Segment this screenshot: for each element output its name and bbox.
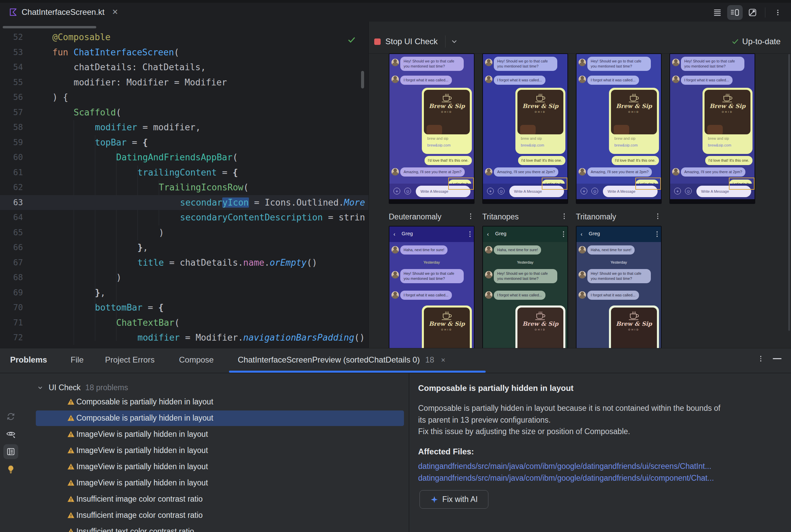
emoji-icon[interactable]: ☺	[591, 188, 598, 194]
chevron-down-icon[interactable]	[38, 386, 42, 389]
code-line[interactable]: 58modifier = modifier,	[0, 120, 368, 135]
problem-row[interactable]: Composable is partially hidden in layout	[30, 410, 409, 426]
kebab-menu-icon[interactable]	[657, 231, 658, 237]
add-icon[interactable]: +	[393, 188, 400, 194]
kebab-menu-icon[interactable]	[657, 213, 659, 219]
preview-phone-row1[interactable]: Hey! Should we go to that cafe you menti…	[669, 53, 755, 204]
add-icon[interactable]: +	[487, 188, 494, 194]
stop-ui-check-button[interactable]: Stop UI Check	[385, 37, 438, 46]
problem-row[interactable]: ImageView is partially hidden in layout	[30, 426, 409, 442]
code-line[interactable]: 55modifier: Modifier = Modifier	[0, 75, 368, 90]
kebab-menu-icon[interactable]	[564, 213, 565, 219]
affected-file-link[interactable]: datingandfriends/src/main/java/com/ibm/g…	[418, 460, 714, 472]
emoji-icon[interactable]: ☺	[498, 188, 504, 194]
preview-eye-icon[interactable]	[3, 427, 18, 441]
preview-phone-row2[interactable]: ‹GregHaha, next time for sure!YesterdayH…	[389, 226, 475, 348]
warning-triangle-icon	[67, 431, 75, 437]
preview-phone-row1[interactable]: Hey! Should we go to that cafe you menti…	[576, 53, 662, 204]
code-view-icon[interactable]	[710, 5, 725, 20]
refresh-icon[interactable]	[3, 409, 18, 424]
back-icon[interactable]: ‹	[393, 231, 395, 237]
file-link[interactable]: datingandfriends/src/main/java/com/ibm/g…	[418, 462, 711, 471]
preview-phone-row2[interactable]: ‹GregHaha, next time for sure!YesterdayH…	[576, 226, 662, 348]
problem-row[interactable]: Insufficient image color contrast ratio	[30, 491, 409, 507]
code-line[interactable]: 53fun ChatInterfaceScreen(	[0, 45, 368, 60]
split-view-icon[interactable]	[727, 5, 743, 20]
problem-row[interactable]: Composable is partially hidden in layout	[30, 394, 409, 410]
preview-phone-row1[interactable]: Hey! Should we go to that cafe you menti…	[389, 53, 475, 204]
add-icon[interactable]: +	[581, 188, 587, 194]
chevron-down-icon[interactable]	[452, 40, 457, 43]
kebab-menu-icon[interactable]	[770, 5, 786, 20]
code-line[interactable]: 61trailingContent = {	[0, 165, 368, 180]
line-number: 53	[0, 45, 23, 60]
detail-line: its parent in 13 preview configurations.	[418, 414, 720, 426]
line-number: 60	[0, 150, 23, 165]
fix-with-ai-button[interactable]: Fix with AI	[420, 490, 489, 509]
minimize-icon[interactable]	[773, 358, 781, 359]
code-line[interactable]: 67title = chatDetails.name.orEmpty()	[0, 255, 368, 270]
close-icon[interactable]: ✕	[112, 8, 118, 17]
problem-row[interactable]: ImageView is partially hidden in layout	[30, 442, 409, 459]
code-line[interactable]: 64secondaryContentDescription = strin	[0, 210, 368, 225]
tab-file[interactable]: File	[71, 355, 84, 365]
problem-row[interactable]: Insufficient text color contrast ratio	[30, 524, 409, 532]
code-line[interactable]: 57Scaffold(	[0, 105, 368, 120]
stop-square-icon[interactable]	[374, 38, 381, 45]
back-icon[interactable]: ‹	[581, 231, 582, 237]
code-line[interactable]: 62TrailingIconsRow(	[0, 180, 368, 195]
kebab-menu-icon[interactable]	[563, 231, 564, 237]
problem-row[interactable]: ImageView is partially hidden in layout	[30, 459, 409, 475]
file-tab[interactable]: ChatInterfaceScreen.kt ✕	[9, 5, 118, 20]
code-line[interactable]: 63secondaryIcon = Icons.Outlined.More	[0, 195, 368, 210]
add-icon[interactable]: +	[674, 188, 681, 194]
code-editor[interactable]: 52@Composable53fun ChatInterfaceScreen(5…	[0, 22, 368, 348]
problems-group-row[interactable]: UI Check 18 problems	[30, 380, 128, 395]
preview-phone-row1[interactable]: Hey! Should we go to that cafe you menti…	[482, 53, 568, 204]
detail-description: Composable is partially hidden in layout…	[418, 402, 720, 437]
link-preview-card: Brew & SipOHIDbrew and sipbrew&sip.com	[702, 88, 753, 154]
emoji-icon[interactable]: ☺	[685, 188, 692, 194]
code-line[interactable]: 70bottomBar = {	[0, 300, 368, 315]
coffee-mug-photo	[520, 125, 536, 134]
preview-scrollbar[interactable]	[788, 54, 790, 331]
code-line[interactable]: 72modifier = Modifier.navigationBarsPadd…	[0, 330, 368, 345]
preview-phone-row2[interactable]: ‹GregHaha, next time for sure!YesterdayH…	[482, 226, 568, 348]
back-icon[interactable]: ‹	[487, 231, 489, 237]
tab-chatinterfacescreenpreview[interactable]: ChatInterfaceScreenPreview (sortedChatDe…	[238, 355, 445, 365]
file-link[interactable]: datingandfriends/src/main/java/com/ibm/g…	[418, 474, 714, 482]
code-line[interactable]: 59topBar = {	[0, 135, 368, 150]
code-line[interactable]: 71ChatTextBar(	[0, 315, 368, 330]
design-view-icon[interactable]	[745, 5, 760, 20]
code-line[interactable]: 68)	[0, 270, 368, 285]
emoji-icon[interactable]: ☺	[404, 188, 411, 194]
kebab-menu-icon[interactable]	[470, 213, 472, 219]
card-link: brew&sip.com	[708, 143, 731, 147]
code-line[interactable]: 60DatingAndFriendsAppBar(	[0, 150, 368, 165]
code-line[interactable]: 54chatDetails: ChatDetails,	[0, 60, 368, 75]
tab-compose[interactable]: Compose	[179, 355, 214, 365]
close-icon[interactable]: ×	[441, 356, 445, 364]
chat-title: Greg	[402, 231, 413, 236]
horizontal-scrollbar[interactable]	[3, 26, 96, 28]
lightbulb-icon[interactable]	[3, 462, 18, 477]
code-line[interactable]: 52@Composable	[0, 30, 368, 45]
chat-bubble: I forgot what it was called...	[681, 76, 733, 85]
kebab-menu-icon[interactable]	[470, 231, 471, 237]
code-line[interactable]: 56) {	[0, 90, 368, 105]
line-number: 62	[0, 180, 23, 195]
vertical-scrollbar[interactable]	[361, 71, 364, 89]
affected-file-link[interactable]: datingandfriends/src/main/java/com/ibm/g…	[418, 472, 714, 484]
problems-title[interactable]: Problems	[10, 355, 47, 365]
code-line[interactable]: 66},	[0, 240, 368, 255]
kebab-menu-icon[interactable]	[760, 356, 761, 362]
code-line[interactable]: 73onAddClick = {}	[0, 345, 368, 348]
preview-panel-icon[interactable]	[3, 444, 18, 459]
editor-mode-switcher	[710, 5, 786, 20]
code-line[interactable]: 65)	[0, 225, 368, 240]
problem-row[interactable]: ImageView is partially hidden in layout	[30, 475, 409, 491]
problem-row[interactable]: Insufficient image color contrast ratio	[30, 507, 409, 524]
tab-project-errors[interactable]: Project Errors	[105, 355, 155, 365]
code-line[interactable]: 69},	[0, 285, 368, 300]
brew-sip-image: Brew & SipOHID	[517, 307, 563, 348]
